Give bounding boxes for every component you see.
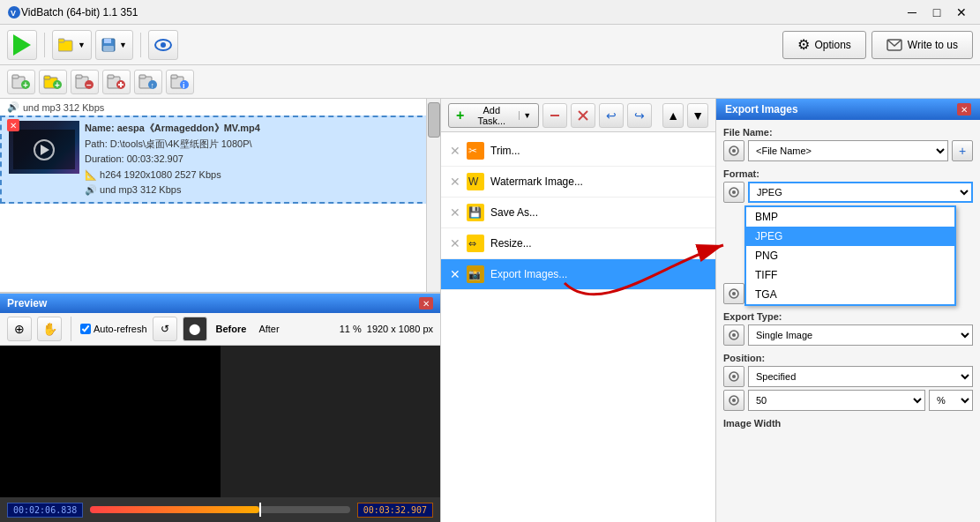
format-dropdown[interactable]: BMP JPEG PNG TIFF TGA (744, 205, 956, 306)
write-us-label: Write to us (908, 39, 958, 51)
title-bar: V VidBatch (64-bit) 1.1 351 ─ □ ✕ (0, 0, 980, 25)
options-button[interactable]: ⚙ Options (782, 31, 866, 59)
separator (44, 33, 45, 57)
file-name-browse-button[interactable] (723, 140, 744, 161)
svg-rect-19 (76, 75, 82, 78)
task-checkbox-trim[interactable]: ✕ (450, 144, 460, 158)
write-us-button[interactable]: Write to us (872, 31, 973, 59)
options-label: Options (815, 39, 851, 51)
audio-info: und mp3 312 Kbps (23, 102, 104, 113)
close-button[interactable]: ✕ (950, 4, 973, 20)
load-list-icon: ↑ (138, 74, 158, 90)
redo-button[interactable]: ↪ (627, 103, 652, 128)
radio-icon (729, 145, 739, 156)
preview-close-button[interactable]: ✕ (419, 297, 433, 309)
format-option-png[interactable]: PNG (746, 246, 954, 265)
radio-icon-6 (729, 371, 739, 382)
preview-timeline[interactable]: 00:02:06.838 00:03:32.907 (0, 497, 440, 522)
delete-task-button[interactable] (571, 103, 595, 128)
info-icon: i (170, 74, 190, 90)
task-checkbox-resize[interactable]: ✕ (450, 236, 460, 250)
task-label-trim: Trim... (490, 145, 520, 157)
toolbar-right: ⚙ Options Write to us (782, 31, 974, 59)
task-checkbox-export[interactable]: ✕ (450, 267, 460, 281)
task-item-save[interactable]: ✕ 💾 Save As... (441, 198, 715, 228)
export-panel-close-button[interactable]: ✕ (957, 103, 971, 116)
svg-text:i: i (183, 81, 185, 90)
remove-item-button[interactable]: ✕ (7, 119, 19, 131)
position-num-radio-button[interactable] (723, 390, 744, 411)
app-icon: V (7, 5, 21, 19)
svg-text:⇔: ⇔ (468, 238, 476, 249)
export-images-panel: Export Images ✕ File Name: (715, 99, 980, 522)
task-checkbox-watermark[interactable]: ✕ (450, 175, 460, 189)
file-name-add-button[interactable]: + (952, 140, 973, 161)
export-type-select[interactable]: Single Image (748, 324, 973, 346)
position-unit-select[interactable]: % (929, 390, 973, 411)
zoom-in-button[interactable]: ⊕ (7, 317, 32, 341)
svg-rect-11 (12, 75, 19, 78)
remove-file-button[interactable]: − (71, 70, 99, 94)
position-num-row: 50 % (723, 390, 973, 411)
task-item-watermark[interactable]: ✕ W Watermark Image... (441, 167, 715, 198)
radio-icon-5 (729, 330, 739, 340)
format-row: Format: JPEG BMP PNG TIFF (723, 168, 973, 205)
timeline-bar[interactable] (90, 506, 350, 513)
time-start-badge: 00:02:06.838 (7, 503, 83, 518)
format-option-tga[interactable]: TGA (746, 285, 954, 304)
separator2 (140, 33, 141, 57)
info-button[interactable]: i (166, 70, 194, 94)
svg-rect-28 (139, 75, 146, 78)
position-num-select[interactable]: 50 (748, 390, 925, 411)
open-button[interactable]: ▼ (52, 30, 92, 60)
format-option-bmp[interactable]: BMP (746, 207, 954, 227)
task-checkbox-save[interactable]: ✕ (450, 205, 460, 220)
position-radio-button[interactable] (723, 366, 744, 387)
format-option-jpeg[interactable]: JPEG (746, 227, 954, 246)
tab-after[interactable]: After (255, 323, 282, 335)
move-down-button[interactable]: ▼ (687, 103, 708, 128)
save-button[interactable]: ▼ (95, 30, 133, 60)
scrollbar[interactable] (426, 99, 440, 292)
zoom-percent: 11 % (340, 324, 362, 334)
file-list[interactable]: 🔊 und mp3 312 Kbps ✕ Name: a (0, 99, 440, 293)
undo-button[interactable]: ↩ (599, 103, 624, 128)
settings-button[interactable]: ⬤ (183, 317, 207, 341)
export-type-label: Export Type: (723, 311, 973, 322)
auto-refresh-label[interactable]: Auto-refresh (80, 324, 147, 334)
maximize-button[interactable]: □ (925, 4, 948, 20)
file-name-label: File Name: (723, 127, 973, 138)
list-item-selected[interactable]: ✕ Name: aespa《Armageddon》MV.mp4 Path: D:… (0, 116, 440, 204)
add-folder-button[interactable]: + (39, 70, 67, 94)
position-select[interactable]: Specified (748, 366, 973, 387)
task-panel: + Add Task... ▼ ↩ ↪ (441, 99, 715, 522)
filter-radio-button[interactable] (723, 283, 744, 304)
export-type-radio-button[interactable] (723, 324, 744, 346)
remove-task-button[interactable] (542, 103, 567, 128)
refresh-button[interactable]: ↺ (153, 317, 177, 341)
move-up-button[interactable]: ▲ (662, 103, 684, 128)
format-radio-button[interactable] (723, 182, 744, 203)
minimize-button[interactable]: ─ (901, 4, 924, 20)
file-name-select[interactable]: <File Name> (748, 140, 948, 161)
svg-text:+: + (23, 80, 28, 90)
svg-text:✂: ✂ (468, 145, 477, 157)
task-item-resize[interactable]: ✕ ⇔ Resize... (441, 228, 715, 259)
preview-content (0, 346, 440, 497)
tab-before[interactable]: Before (213, 323, 251, 335)
play-button[interactable] (7, 30, 37, 60)
task-item-export[interactable]: ✕ 📸 Export Images... (441, 259, 715, 290)
format-select[interactable]: JPEG BMP PNG TIFF TGA (748, 182, 973, 203)
preview-button[interactable] (148, 30, 178, 60)
play-icon (13, 34, 31, 56)
format-option-tiff[interactable]: TIFF (746, 265, 954, 285)
pan-button[interactable]: ✋ (37, 317, 62, 341)
task-item-trim[interactable]: ✕ ✂ Trim... (441, 136, 715, 167)
auto-refresh-checkbox[interactable] (80, 324, 91, 334)
load-list-button[interactable]: ↑ (134, 70, 162, 94)
add-file-button[interactable]: + (7, 70, 35, 94)
add-task-button[interactable]: + Add Task... ▼ (448, 103, 539, 128)
time-end-badge: 00:03:32.907 (357, 503, 433, 518)
svg-rect-3 (58, 39, 64, 42)
remove-all-button[interactable] (102, 70, 131, 94)
